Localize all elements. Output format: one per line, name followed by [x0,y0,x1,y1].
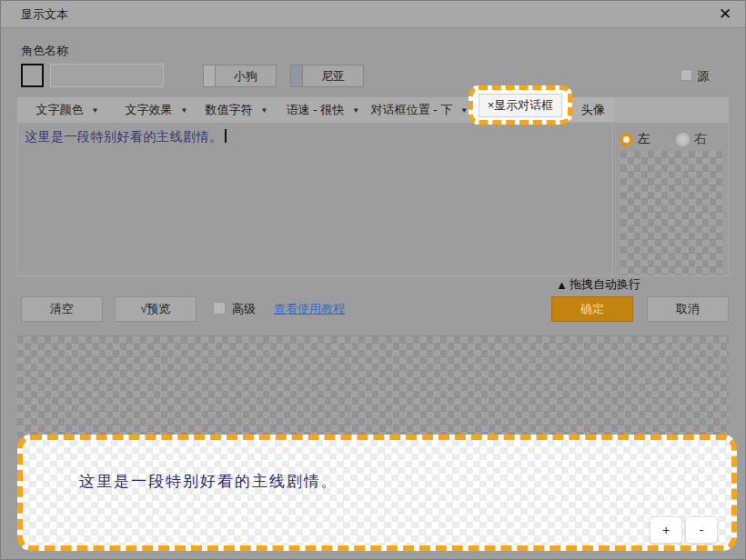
radio-right-label: 右 [694,131,707,147]
cancel-button[interactable]: 取消 [647,296,729,322]
avatar-panel: 左 右 [614,123,729,275]
character-preset-button-niya[interactable]: 尼亚 [290,65,364,87]
avatar-transparency-preview[interactable] [620,151,722,275]
dropdown-label: 对话框位置 - 下 [371,102,453,118]
dropdown-text-color[interactable]: 文字颜色 ▼ [21,97,114,122]
radio-selected-icon [620,133,633,146]
chevron-down-icon: ▼ [352,105,359,115]
character-name-label: 角色名称 [21,43,68,59]
editor-area: 这里是一段特别好看的主线剧情。 左 右 [17,122,729,276]
highlight-dashed-ring: ×显示对话框 [469,85,572,125]
avatar-tab-button[interactable]: 头像 [572,97,614,122]
dropdown-text-effect[interactable]: 文字效果 ▼ [116,97,197,122]
dropdown-speech-speed[interactable]: 语速 - 很快 ▼ [277,97,369,122]
radio-right[interactable]: 右 [676,131,707,147]
avatar-tab-label: 头像 [581,102,605,118]
dropdown-dialog-position[interactable]: 对话框位置 - 下 ▼ [366,97,473,122]
chevron-down-icon: ▼ [460,105,468,115]
preset-label: 小狗 [216,65,276,86]
preset-color-chip [204,65,216,86]
chevron-down-icon: ▼ [92,105,99,115]
dropdown-label: 语速 - 很快 [287,102,345,118]
title-bar: 显示文本 ✕ [1,1,745,28]
show-dialog-toggle[interactable]: ×显示对话框 [479,94,563,117]
editor-text: 这里是一段特别好看的主线剧情。 [25,129,223,144]
source-checkbox[interactable] [680,69,692,81]
clear-button[interactable]: 清空 [21,296,103,322]
character-name-input[interactable] [50,64,164,87]
radio-unselected-icon [676,133,690,146]
preview-dialog-box[interactable]: 这里是一段特别好看的主线剧情。 + - [17,435,737,551]
zoom-out-button[interactable]: - [685,516,718,544]
dropdown-label: 数值字符 [206,102,253,118]
triangle-up-icon: ▲ [556,278,568,292]
preset-color-chip [291,65,303,86]
format-toolbar: 文字颜色 ▼ 文字效果 ▼ 数值字符 ▼ 语速 - 很快 ▼ 对话框位置 - 下… [17,97,729,122]
chevron-down-icon: ▼ [261,105,268,115]
dropdown-numeric-char[interactable]: 数值字符 ▼ [195,97,278,122]
dialog-text-editor[interactable]: 这里是一段特别好看的主线剧情。 [18,123,613,275]
close-icon[interactable]: ✕ [712,1,738,28]
preview-dialog-text: 这里是一段特别好看的主线剧情。 [79,471,338,492]
radio-left-label: 左 [638,131,650,147]
radio-left[interactable]: 左 [620,131,650,147]
advanced-checkbox[interactable] [213,302,226,315]
stage-transparency-area [17,335,729,437]
chevron-down-icon: ▼ [181,105,188,115]
zoom-in-button[interactable]: + [650,516,682,544]
advanced-checkbox-label: 高级 [232,301,256,317]
dialog-title: 显示文本 [21,1,68,28]
character-preset-button-xiaogou[interactable]: 小狗 [203,65,277,87]
ok-button[interactable]: 确定 [551,296,633,322]
drag-hint-label: 拖拽自动换行 [570,276,640,293]
display-text-dialog: 显示文本 ✕ 角色名称 小狗 尼亚 源 文字颜色 ▼ 文字效果 ▼ 数值字符 ▼… [0,0,746,560]
text-cursor [225,129,227,143]
preset-label: 尼亚 [303,65,363,86]
dropdown-label: 文字颜色 [36,102,84,118]
avatar-side-radios: 左 右 [620,131,707,147]
source-checkbox-label: 源 [697,68,709,85]
tutorial-link[interactable]: 查看使用教程 [274,301,345,317]
dropdown-label: 文字效果 [126,102,173,118]
preview-button[interactable]: √预览 [115,296,197,322]
name-color-swatch[interactable] [21,64,44,87]
drag-hint: ▲ 拖拽自动换行 [556,276,640,293]
